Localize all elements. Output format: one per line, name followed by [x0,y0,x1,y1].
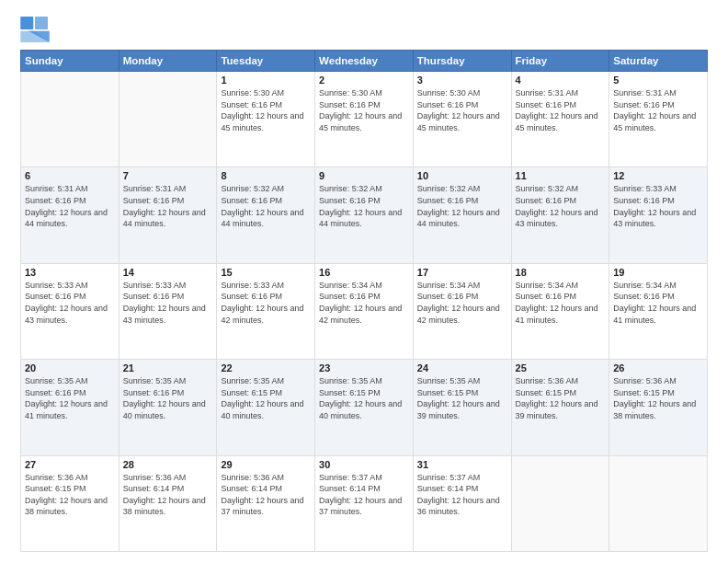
day-number: 8 [221,170,311,181]
calendar-cell: 22Sunrise: 5:35 AM Sunset: 6:15 PM Dayli… [217,360,315,455]
calendar-cell: 15Sunrise: 5:33 AM Sunset: 6:16 PM Dayli… [217,263,315,359]
calendar-cell: 9Sunrise: 5:32 AM Sunset: 6:16 PM Daylig… [315,167,414,263]
day-detail: Sunrise: 5:36 AM Sunset: 6:15 PM Dayligh… [25,472,115,518]
calendar-cell: 5Sunrise: 5:31 AM Sunset: 6:16 PM Daylig… [609,72,708,167]
day-detail: Sunrise: 5:37 AM Sunset: 6:14 PM Dayligh… [319,472,409,518]
calendar-cell: 23Sunrise: 5:35 AM Sunset: 6:15 PM Dayli… [315,360,414,455]
header [20,17,708,42]
day-detail: Sunrise: 5:33 AM Sunset: 6:16 PM Dayligh… [25,280,115,326]
col-header-friday: Friday [511,51,609,72]
day-number: 28 [123,459,213,470]
day-number: 5 [613,75,703,86]
calendar-cell: 4Sunrise: 5:31 AM Sunset: 6:16 PM Daylig… [511,72,609,167]
day-detail: Sunrise: 5:32 AM Sunset: 6:16 PM Dayligh… [319,183,409,229]
day-detail: Sunrise: 5:34 AM Sunset: 6:16 PM Dayligh… [319,280,409,326]
day-number: 22 [221,362,311,373]
calendar-cell: 18Sunrise: 5:34 AM Sunset: 6:16 PM Dayli… [511,263,609,359]
day-detail: Sunrise: 5:34 AM Sunset: 6:16 PM Dayligh… [516,280,606,326]
day-detail: Sunrise: 5:33 AM Sunset: 6:16 PM Dayligh… [221,280,311,326]
day-detail: Sunrise: 5:32 AM Sunset: 6:16 PM Dayligh… [221,183,311,229]
calendar-cell: 28Sunrise: 5:36 AM Sunset: 6:14 PM Dayli… [119,455,217,551]
day-number: 26 [613,362,703,373]
calendar-week-row: 1Sunrise: 5:30 AM Sunset: 6:16 PM Daylig… [21,72,708,167]
day-detail: Sunrise: 5:35 AM Sunset: 6:16 PM Dayligh… [123,375,213,421]
page: SundayMondayTuesdayWednesdayThursdayFrid… [0,0,728,563]
col-header-saturday: Saturday [609,51,708,72]
day-number: 31 [417,459,507,470]
calendar-cell: 20Sunrise: 5:35 AM Sunset: 6:16 PM Dayli… [21,360,119,455]
calendar-week-row: 13Sunrise: 5:33 AM Sunset: 6:16 PM Dayli… [21,263,708,359]
day-detail: Sunrise: 5:36 AM Sunset: 6:15 PM Dayligh… [613,375,703,421]
day-number: 18 [516,267,606,278]
calendar-cell: 14Sunrise: 5:33 AM Sunset: 6:16 PM Dayli… [119,263,217,359]
calendar-cell: 17Sunrise: 5:34 AM Sunset: 6:16 PM Dayli… [413,263,511,359]
calendar-cell: 16Sunrise: 5:34 AM Sunset: 6:16 PM Dayli… [315,263,414,359]
day-number: 24 [417,362,507,373]
day-number: 9 [319,170,409,181]
calendar-cell: 31Sunrise: 5:37 AM Sunset: 6:14 PM Dayli… [413,455,511,551]
day-number: 4 [516,75,606,86]
col-header-monday: Monday [119,51,217,72]
col-header-tuesday: Tuesday [217,51,315,72]
logo [20,17,53,42]
day-detail: Sunrise: 5:30 AM Sunset: 6:16 PM Dayligh… [221,87,311,133]
day-detail: Sunrise: 5:32 AM Sunset: 6:16 PM Dayligh… [417,183,507,229]
day-number: 3 [417,75,507,86]
day-detail: Sunrise: 5:31 AM Sunset: 6:16 PM Dayligh… [613,87,703,133]
day-number: 27 [25,459,115,470]
calendar-cell: 12Sunrise: 5:33 AM Sunset: 6:16 PM Dayli… [609,167,708,263]
calendar-cell: 24Sunrise: 5:35 AM Sunset: 6:15 PM Dayli… [413,360,511,455]
day-number: 21 [123,362,213,373]
day-detail: Sunrise: 5:31 AM Sunset: 6:16 PM Dayligh… [25,183,115,229]
day-detail: Sunrise: 5:31 AM Sunset: 6:16 PM Dayligh… [123,183,213,229]
col-header-sunday: Sunday [21,51,119,72]
calendar-cell: 25Sunrise: 5:36 AM Sunset: 6:15 PM Dayli… [511,360,609,455]
calendar-cell: 19Sunrise: 5:34 AM Sunset: 6:16 PM Dayli… [609,263,708,359]
day-detail: Sunrise: 5:33 AM Sunset: 6:16 PM Dayligh… [123,280,213,326]
day-number: 14 [123,267,213,278]
day-number: 11 [516,170,606,181]
calendar-cell [511,455,609,551]
calendar-cell: 26Sunrise: 5:36 AM Sunset: 6:15 PM Dayli… [609,360,708,455]
col-header-wednesday: Wednesday [315,51,414,72]
day-number: 20 [25,362,115,373]
day-detail: Sunrise: 5:35 AM Sunset: 6:16 PM Dayligh… [25,375,115,421]
logo-icon [20,17,50,42]
day-number: 16 [319,267,409,278]
calendar-cell: 10Sunrise: 5:32 AM Sunset: 6:16 PM Dayli… [413,167,511,263]
calendar-cell: 11Sunrise: 5:32 AM Sunset: 6:16 PM Dayli… [511,167,609,263]
calendar-cell: 2Sunrise: 5:30 AM Sunset: 6:16 PM Daylig… [315,72,414,167]
day-detail: Sunrise: 5:32 AM Sunset: 6:16 PM Dayligh… [516,183,606,229]
col-header-thursday: Thursday [413,51,511,72]
day-detail: Sunrise: 5:36 AM Sunset: 6:15 PM Dayligh… [516,375,606,421]
calendar-cell [119,72,217,167]
day-number: 10 [417,170,507,181]
svg-rect-1 [35,17,48,29]
day-detail: Sunrise: 5:33 AM Sunset: 6:16 PM Dayligh… [613,183,703,229]
day-number: 19 [613,267,703,278]
day-detail: Sunrise: 5:35 AM Sunset: 6:15 PM Dayligh… [221,375,311,421]
calendar-cell [21,72,119,167]
day-number: 7 [123,170,213,181]
calendar-week-row: 27Sunrise: 5:36 AM Sunset: 6:15 PM Dayli… [21,455,708,551]
day-detail: Sunrise: 5:30 AM Sunset: 6:16 PM Dayligh… [319,87,409,133]
day-number: 13 [25,267,115,278]
day-number: 25 [516,362,606,373]
calendar-cell: 13Sunrise: 5:33 AM Sunset: 6:16 PM Dayli… [21,263,119,359]
day-detail: Sunrise: 5:31 AM Sunset: 6:16 PM Dayligh… [516,87,606,133]
day-detail: Sunrise: 5:30 AM Sunset: 6:16 PM Dayligh… [417,87,507,133]
calendar-cell: 7Sunrise: 5:31 AM Sunset: 6:16 PM Daylig… [119,167,217,263]
day-detail: Sunrise: 5:36 AM Sunset: 6:14 PM Dayligh… [221,472,311,518]
calendar-cell: 3Sunrise: 5:30 AM Sunset: 6:16 PM Daylig… [413,72,511,167]
day-detail: Sunrise: 5:35 AM Sunset: 6:15 PM Dayligh… [417,375,507,421]
svg-rect-0 [20,17,33,29]
calendar-table: SundayMondayTuesdayWednesdayThursdayFrid… [20,50,708,552]
day-number: 1 [221,75,311,86]
day-detail: Sunrise: 5:34 AM Sunset: 6:16 PM Dayligh… [613,280,703,326]
calendar-cell: 27Sunrise: 5:36 AM Sunset: 6:15 PM Dayli… [21,455,119,551]
calendar-cell: 21Sunrise: 5:35 AM Sunset: 6:16 PM Dayli… [119,360,217,455]
day-number: 30 [319,459,409,470]
calendar-header-row: SundayMondayTuesdayWednesdayThursdayFrid… [21,51,708,72]
calendar-cell: 30Sunrise: 5:37 AM Sunset: 6:14 PM Dayli… [315,455,414,551]
calendar-cell: 29Sunrise: 5:36 AM Sunset: 6:14 PM Dayli… [217,455,315,551]
